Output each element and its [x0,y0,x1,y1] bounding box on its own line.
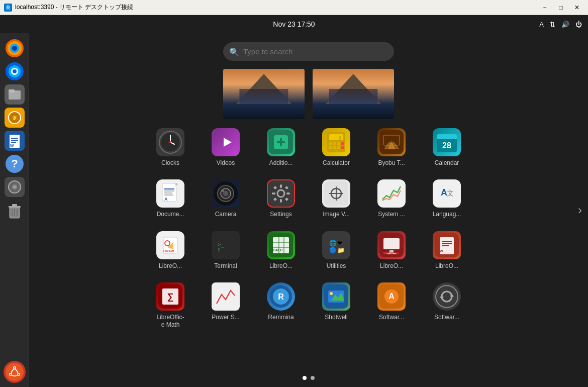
svg-point-5 [12,46,17,51]
svg-rect-87 [280,199,282,203]
videos-icon [212,128,240,156]
page-dot-2[interactable] [311,376,315,380]
calendar-icon: 28 [433,128,461,156]
app-item-libreo-draw[interactable]: DRAW LibreO... [143,227,198,273]
app-item-libreo-calc[interactable]: CALC LibreO... [253,227,309,273]
app-item-utilities[interactable]: 🌐 ❤ 🔵 📁 Utilities [309,227,364,273]
settings-icon [267,179,295,208]
remmina-icon: R [267,282,295,311]
app-item-remmina[interactable]: R Remmina [253,278,309,332]
app-item-imageviewer[interactable]: Image V... [309,175,364,222]
language-label: Languag... [433,211,461,218]
sysmonitor-label: System ... [378,211,405,218]
svg-rect-12 [9,89,15,92]
svg-text:W: W [440,249,443,253]
nav-arrow-right[interactable]: › [578,203,582,217]
app-item-videos[interactable]: Videos [198,124,253,170]
terminal-icon: >_ $ [212,231,240,259]
svg-text:R: R [278,293,284,301]
svg-text:?: ? [11,157,18,170]
app-item-shotwell[interactable]: Shotwell [309,278,364,332]
sidebar-item-ubuntu[interactable] [5,362,25,382]
calculator-label: Calculator [323,159,350,166]
app-item-terminal[interactable]: >_ $ Terminal [198,227,253,273]
svg-rect-20 [11,140,18,141]
svg-text:DRAW: DRAW [163,249,174,253]
sidebar-item-disks[interactable] [5,177,25,197]
app-item-sysmonitor[interactable]: System ... [364,175,419,222]
app-item-calendar[interactable]: 28 Calendar [419,124,474,170]
svg-text:W: W [10,143,14,148]
sysmonitor-icon [377,179,406,208]
app-item-libreoffice-math[interactable]: ∑ LibreOffic- e Math [143,278,198,332]
svg-rect-60 [329,146,332,149]
app-item-calculator[interactable]: 0 Calculator [309,124,364,170]
svg-text:❤: ❤ [337,240,342,247]
app-item-document[interactable]: A Docume... [143,175,198,222]
svg-text:28: 28 [442,141,451,150]
svg-point-143 [330,292,333,295]
language-icon: A 文 [433,179,461,208]
libreo-calc-label: LibreO... [269,262,292,269]
app-item-software2[interactable]: Softwar... [419,278,474,332]
libreoffice-math-icon: ∑ [156,282,184,311]
sidebar-item-thunderbird[interactable] [5,61,25,81]
svg-rect-76 [164,192,172,194]
app-item-libreo-writer2[interactable]: W LibreO... [419,227,474,273]
sidebar-item-help[interactable]: ? [5,154,25,174]
svg-text:📁: 📁 [337,246,345,254]
svg-point-9 [13,69,17,73]
svg-text:IMPRESS: IMPRESS [383,251,400,255]
workspace-thumbnails [223,69,394,119]
sidebar-item-files[interactable] [5,84,25,105]
minimize-button[interactable]: − [538,3,552,13]
content-area: ♪ W ? [0,33,588,387]
libreo-writer2-label: LibreO... [435,262,458,269]
libreo-writer2-icon: W [433,231,461,259]
videos-label: Videos [217,159,235,166]
app-item-libreo-impress[interactable]: IMPRESS LibreO... [364,227,419,273]
shotwell-label: Shotwell [325,314,347,321]
powers-icon [212,282,240,311]
sidebar-item-rhythmbox[interactable]: ♪ [5,108,25,128]
sidebar-dock: ♪ W ? [0,33,29,387]
sidebar-item-trash[interactable] [5,200,25,220]
svg-point-83 [222,190,224,192]
svg-point-28 [14,186,16,188]
svg-text:CALC: CALC [273,248,282,252]
datetime-display: Nov 23 17:50 [273,20,315,28]
svg-rect-30 [9,206,21,208]
svg-text:♪: ♪ [13,114,16,122]
software2-label: Softwar... [434,314,459,321]
page-dot-1[interactable] [303,376,307,380]
window-icon: R [4,4,12,12]
svg-rect-57 [333,142,336,145]
app-item-camera[interactable]: Camera [198,175,253,222]
terminal-label: Terminal [214,262,237,269]
svg-rect-129 [442,241,452,242]
workspace-thumbnail-2[interactable] [313,69,394,119]
utilities-label: Utilities [327,262,346,269]
app-item-clocks[interactable]: Clocks [143,124,198,170]
libreo-draw-icon: DRAW [156,231,184,259]
svg-rect-131 [442,245,449,246]
network-indicator: ⇅ [550,21,555,28]
software-icon: A [377,282,406,311]
app-item-powers[interactable]: Power S... [198,278,253,332]
search-bar: 🔍 [223,42,394,61]
app-item-byobu[interactable]: Byobu T... [364,124,419,170]
app-item-additional[interactable]: Additio... [253,124,309,170]
search-input[interactable] [223,42,394,61]
app-item-software[interactable]: A Softwar... [364,278,419,332]
camera-icon [212,179,240,208]
additional-icon [267,128,295,156]
workspace-thumbnail-1[interactable] [223,69,305,119]
app-item-settings[interactable]: Settings [253,175,309,222]
app-item-language[interactable]: A 文 Languag... [419,175,474,222]
close-button[interactable]: ✕ [570,3,584,13]
sidebar-item-writer[interactable]: W [5,131,25,151]
keyboard-indicator: A [539,21,544,28]
sidebar-item-firefox[interactable] [5,38,25,58]
main-content: 🔍 [29,33,588,387]
maximize-button[interactable]: □ [554,3,568,13]
